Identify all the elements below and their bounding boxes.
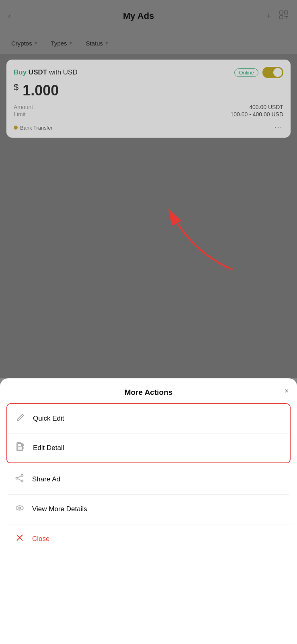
ad-limit-row: Limit 100.00 - 400.00 USD <box>14 111 283 118</box>
ad-card-header: Buy USDT with USD Online <box>14 67 283 78</box>
quick-edit-label: Quick Edit <box>33 415 64 423</box>
quick-edit-button[interactable]: Quick Edit <box>7 404 290 433</box>
header-actions: + <box>266 10 289 23</box>
eye-icon <box>14 504 25 515</box>
svg-rect-1 <box>280 16 283 19</box>
view-more-details-button[interactable]: View More Details <box>0 495 297 524</box>
price-symbol: $ <box>14 82 18 92</box>
svg-point-17 <box>19 508 20 508</box>
add-button[interactable]: + <box>266 11 271 21</box>
filter-types[interactable]: Types ▼ <box>46 37 78 49</box>
svg-line-14 <box>18 479 21 481</box>
chevron-down-icon: ▼ <box>104 41 109 45</box>
filter-cryptos[interactable]: Cryptos ▼ <box>6 37 43 49</box>
svg-point-12 <box>16 477 18 479</box>
status-badge: Online <box>234 68 258 77</box>
bottom-sheet: More Actions × Quick Edit <box>0 378 297 644</box>
payment-dot-icon <box>14 126 18 130</box>
edit-detail-icon <box>15 442 26 454</box>
ad-toggle[interactable] <box>262 67 283 78</box>
filter-bar: Cryptos ▼ Types ▼ Status ▼ <box>0 32 297 54</box>
background-overlay <box>0 0 297 378</box>
svg-point-10 <box>21 475 23 477</box>
ad-amount-row: Amount 400.00 USDT <box>14 104 283 110</box>
svg-rect-0 <box>280 11 283 14</box>
payment-tag: Bank Transfer <box>14 125 53 131</box>
ad-crypto-label: USDT <box>29 68 47 76</box>
sheet-title: More Actions <box>125 388 173 397</box>
settings-button[interactable] <box>279 10 289 23</box>
svg-point-11 <box>21 480 23 482</box>
amount-label: Amount <box>14 104 33 110</box>
view-more-label: View More Details <box>32 505 87 513</box>
ad-card: Buy USDT with USD Online $ 1.000 Amount … <box>6 60 291 138</box>
ad-card-header-right: Online <box>234 67 283 78</box>
more-options-button[interactable]: ⋮ <box>274 123 283 132</box>
ad-footer: Bank Transfer ⋮ <box>14 123 283 132</box>
ad-type-label: Buy <box>14 68 27 76</box>
pencil-icon <box>15 413 26 424</box>
edit-detail-label: Edit Detail <box>33 444 64 452</box>
highlighted-actions-box: Quick Edit Edit Detail <box>6 403 291 463</box>
edit-detail-button[interactable]: Edit Detail <box>7 433 290 462</box>
share-ad-label: Share Ad <box>32 475 60 483</box>
share-ad-button[interactable]: Share Ad <box>0 465 297 494</box>
header: ‹ My Ads + <box>0 0 297 32</box>
chevron-down-icon: ▼ <box>69 41 73 45</box>
svg-line-13 <box>18 476 21 478</box>
ad-currency-label: with USD <box>49 68 78 76</box>
svg-rect-2 <box>285 11 288 14</box>
payment-label: Bank Transfer <box>20 125 53 131</box>
x-icon <box>14 533 25 545</box>
close-action-label: Close <box>32 535 49 543</box>
ad-price: $ 1.000 <box>14 82 283 99</box>
price-value: 1.000 <box>23 82 59 99</box>
page-title: My Ads <box>123 11 154 21</box>
chevron-down-icon: ▼ <box>34 41 38 45</box>
back-button[interactable]: ‹ <box>8 11 11 21</box>
ad-card-title: Buy USDT with USD <box>14 68 78 76</box>
ad-info: Amount 400.00 USDT Limit 100.00 - 400.00… <box>14 104 283 118</box>
sheet-header: More Actions × <box>0 378 297 403</box>
close-action-button[interactable]: Close <box>0 524 297 553</box>
limit-label: Limit <box>14 111 26 118</box>
close-sheet-button[interactable]: × <box>284 387 289 395</box>
filter-status[interactable]: Status ▼ <box>81 37 114 49</box>
share-icon <box>14 474 25 485</box>
limit-value: 100.00 - 400.00 USD <box>230 111 283 118</box>
amount-value: 400.00 USDT <box>249 104 283 110</box>
